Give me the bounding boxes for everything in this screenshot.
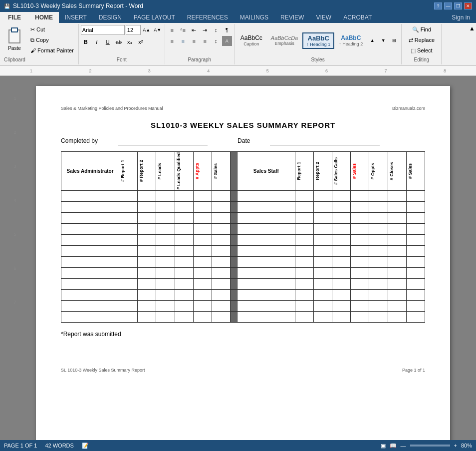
styles-scroll-up[interactable]: ▲	[367, 35, 377, 45]
tab-review[interactable]: REVIEW	[274, 12, 310, 23]
table-row[interactable]	[61, 267, 425, 278]
ruler-marks: 12345678	[30, 68, 446, 73]
table-row[interactable]	[61, 256, 425, 267]
title-bar-left: 💾 SL1010-3 Weekly Sales Summary Report -…	[4, 2, 143, 9]
minimize-btn[interactable]: —	[444, 2, 452, 9]
table-row[interactable]	[61, 300, 425, 311]
paste-button[interactable]: Paste	[2, 25, 27, 55]
date-label: Date	[238, 137, 250, 145]
font-label: Font	[115, 56, 129, 63]
table-row[interactable]	[61, 223, 425, 234]
tab-references[interactable]: REFERENCES	[181, 12, 234, 23]
collapse-ribbon-btn[interactable]: ▲	[468, 24, 476, 64]
font-style-row: B I U ab x₂ x²	[81, 37, 146, 47]
page-header: Sales & Marketing Policies and Procedure…	[61, 106, 425, 111]
header-staff-report1: Report 1	[295, 152, 313, 191]
header-report2: # Report 2	[138, 152, 156, 191]
styles-expand[interactable]: ⊞	[389, 35, 399, 45]
page-footer-left: SL 1010-3 Weekly Sales Summary Report	[61, 368, 145, 373]
word-count: 42 WORDS	[45, 443, 73, 449]
table-row[interactable]	[61, 212, 425, 223]
document-page[interactable]: Sales & Marketing Policies and Procedure…	[36, 86, 450, 451]
page-header-left: Sales & Marketing Policies and Procedure…	[61, 106, 163, 111]
table-row[interactable]	[61, 289, 425, 300]
superscript-btn[interactable]: x²	[136, 37, 146, 47]
italic-button[interactable]: I	[92, 37, 102, 47]
table-row[interactable]	[61, 278, 425, 289]
table-row[interactable]	[61, 245, 425, 256]
font-name-row: A▲ A▼	[81, 25, 163, 35]
pilcrow-btn[interactable]: ¶	[222, 25, 232, 35]
sign-in-link[interactable]: Sign in	[446, 12, 476, 23]
paragraph-label: Paragraph	[186, 56, 213, 63]
status-bar-right: ▣ 📖 — + 80%	[381, 443, 472, 449]
style-emphasis[interactable]: AaBbCcDa Emphasis	[267, 33, 301, 47]
styles-label: Styles	[309, 56, 326, 63]
ribbon-tabs: FILE HOME INSERT DESIGN PAGE LAYOUT REFE…	[0, 12, 476, 23]
tab-acrobat[interactable]: ACROBAT	[337, 12, 378, 23]
align-center-btn[interactable]: ≡	[178, 36, 188, 46]
date-field[interactable]	[270, 137, 380, 145]
subscript-btn[interactable]: x₂	[125, 37, 135, 47]
tab-page-layout[interactable]: PAGE LAYOUT	[128, 12, 181, 23]
align-left-btn[interactable]: ≡	[167, 36, 177, 46]
table-row[interactable]	[61, 190, 425, 201]
font-size-input[interactable]	[126, 25, 141, 35]
report-table: Sales Administrator # Report 1 # Report …	[61, 151, 425, 323]
font-shrink-btn[interactable]: A▼	[153, 25, 163, 35]
find-button[interactable]: 🔍 Find	[410, 25, 434, 34]
header-divider	[230, 152, 237, 191]
select-button[interactable]: ⬚ Select	[408, 46, 435, 55]
table-row[interactable]	[61, 201, 425, 212]
tab-file[interactable]: FILE	[0, 12, 29, 23]
header-oppts: # Oppts	[369, 152, 388, 191]
header-calls: # Sales Calls	[332, 152, 351, 191]
header-report1: # Report 1	[119, 152, 138, 191]
tab-mailings[interactable]: MAILINGS	[234, 12, 274, 23]
table-body	[61, 190, 425, 322]
table-row[interactable]	[61, 311, 425, 322]
close-btn[interactable]: ✕	[464, 2, 472, 9]
align-right-btn[interactable]: ≡	[189, 36, 199, 46]
shading-btn[interactable]: A	[222, 36, 232, 46]
header-sales-admin: Sales Administrator	[61, 152, 119, 191]
style-caption[interactable]: AaBbCc Caption	[237, 33, 266, 48]
indent-dec-btn[interactable]: ⇤	[189, 25, 199, 35]
font-group: A▲ A▼ B I U ab x₂ x² Font	[79, 24, 165, 64]
underline-button[interactable]: U	[103, 37, 113, 47]
style-heading2[interactable]: AaBbC ↑ Heading 2	[335, 33, 366, 48]
status-bar-left: PAGE 1 OF 1 42 WORDS 📝	[4, 443, 89, 449]
numbering-btn[interactable]: ⁿ≡	[178, 25, 188, 35]
header-leads: # Leads	[156, 152, 175, 191]
restore-btn[interactable]: ❐	[454, 2, 462, 9]
read-icon[interactable]: 📖	[390, 443, 397, 449]
editing-label: Editing	[412, 56, 432, 63]
help-btn[interactable]: ?	[434, 2, 442, 9]
table-row[interactable]	[61, 234, 425, 245]
tab-design[interactable]: DESIGN	[93, 12, 128, 23]
zoom-in-btn[interactable]: +	[454, 443, 457, 449]
style-heading1[interactable]: AaBbC ↑ Heading 1	[302, 32, 334, 49]
justify-btn[interactable]: ≡	[200, 36, 210, 46]
strikethrough-btn[interactable]: ab	[114, 37, 124, 47]
tab-insert[interactable]: INSERT	[59, 12, 93, 23]
replace-button[interactable]: ⇄ Replace	[406, 35, 437, 45]
bold-button[interactable]: B	[81, 37, 91, 47]
indent-inc-btn[interactable]: ⇥	[200, 25, 210, 35]
format-painter-button[interactable]: 🖌 Format Painter	[28, 46, 76, 55]
tab-home[interactable]: HOME	[29, 12, 59, 23]
zoom-out-btn[interactable]: —	[401, 443, 406, 449]
cut-button[interactable]: ✂ Cut	[28, 25, 76, 34]
copy-button[interactable]: ⧉ Copy	[28, 35, 76, 45]
sort-btn[interactable]: ↕	[211, 25, 221, 35]
line-spacing-btn[interactable]: ↕	[211, 36, 221, 46]
layout-icon[interactable]: ▣	[381, 443, 386, 449]
zoom-slider[interactable]	[410, 445, 450, 447]
title-bar: 💾 SL1010-3 Weekly Sales Summary Report -…	[0, 0, 476, 12]
font-name-input[interactable]	[81, 25, 125, 35]
font-grow-btn[interactable]: A▲	[142, 25, 152, 35]
tab-view[interactable]: VIEW	[310, 12, 337, 23]
completed-by-field[interactable]	[118, 137, 208, 145]
styles-scroll-down[interactable]: ▼	[378, 35, 388, 45]
bullets-btn[interactable]: ≡	[167, 25, 177, 35]
